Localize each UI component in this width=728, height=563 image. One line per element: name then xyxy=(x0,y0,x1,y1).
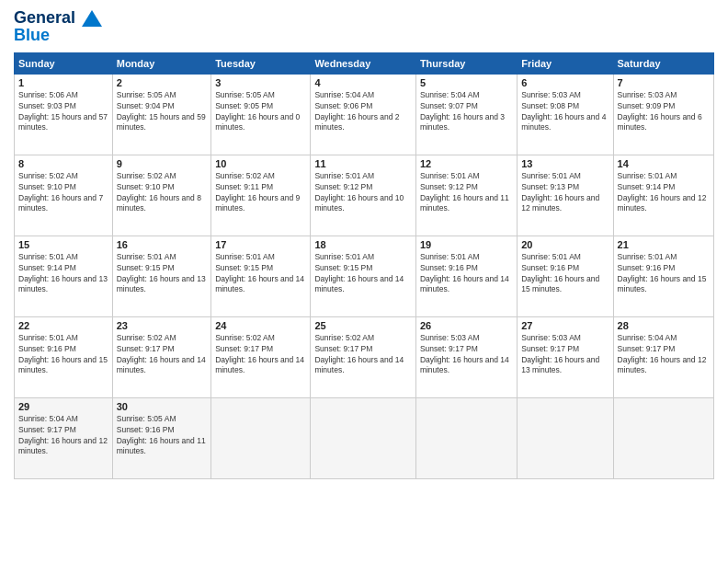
day-info: Sunrise: 5:01 AMSunset: 9:15 PMDaylight:… xyxy=(314,252,412,296)
calendar-container: General Blue SundayMondayTuesdayWednesda… xyxy=(0,0,728,563)
day-number: 7 xyxy=(618,77,710,88)
day-number: 10 xyxy=(215,158,306,169)
day-info: Sunrise: 5:04 AMSunset: 9:17 PMDaylight:… xyxy=(618,333,710,377)
day-number: 19 xyxy=(420,239,513,250)
calendar-day: 18Sunrise: 5:01 AMSunset: 9:15 PMDayligh… xyxy=(311,236,416,316)
day-number: 29 xyxy=(18,401,108,412)
day-info: Sunrise: 5:01 AMSunset: 9:13 PMDaylight:… xyxy=(521,171,609,215)
day-number: 30 xyxy=(117,401,207,412)
calendar-week-3: 15Sunrise: 5:01 AMSunset: 9:14 PMDayligh… xyxy=(15,236,714,316)
calendar-day xyxy=(518,397,613,478)
day-info: Sunrise: 5:01 AMSunset: 9:12 PMDaylight:… xyxy=(420,171,513,215)
day-info: Sunrise: 5:01 AMSunset: 9:16 PMDaylight:… xyxy=(521,252,609,296)
day-info: Sunrise: 5:06 AMSunset: 9:03 PMDaylight:… xyxy=(18,90,108,134)
day-number: 2 xyxy=(117,77,207,88)
day-info: Sunrise: 5:02 AMSunset: 9:11 PMDaylight:… xyxy=(215,171,306,215)
weekday-header-friday: Friday xyxy=(518,52,613,74)
day-info: Sunrise: 5:05 AMSunset: 9:16 PMDaylight:… xyxy=(117,414,207,458)
weekday-header-wednesday: Wednesday xyxy=(311,52,416,74)
calendar-day: 19Sunrise: 5:01 AMSunset: 9:16 PMDayligh… xyxy=(415,236,517,316)
weekday-header-thursday: Thursday xyxy=(415,52,517,74)
calendar-day: 4Sunrise: 5:04 AMSunset: 9:06 PMDaylight… xyxy=(311,74,416,155)
weekday-header-saturday: Saturday xyxy=(613,52,713,74)
calendar-day: 1Sunrise: 5:06 AMSunset: 9:03 PMDaylight… xyxy=(15,74,113,155)
calendar-week-4: 22Sunrise: 5:01 AMSunset: 9:16 PMDayligh… xyxy=(15,316,714,397)
day-info: Sunrise: 5:02 AMSunset: 9:10 PMDaylight:… xyxy=(18,171,108,215)
weekday-header-monday: Monday xyxy=(112,52,210,74)
day-info: Sunrise: 5:01 AMSunset: 9:12 PMDaylight:… xyxy=(314,171,412,215)
day-number: 9 xyxy=(117,158,207,169)
day-number: 11 xyxy=(314,158,412,169)
calendar-day: 14Sunrise: 5:01 AMSunset: 9:14 PMDayligh… xyxy=(613,155,713,236)
day-number: 3 xyxy=(215,77,306,88)
calendar-week-5: 29Sunrise: 5:04 AMSunset: 9:17 PMDayligh… xyxy=(15,397,714,478)
day-info: Sunrise: 5:01 AMSunset: 9:14 PMDaylight:… xyxy=(18,252,108,296)
day-number: 26 xyxy=(420,320,513,331)
day-info: Sunrise: 5:01 AMSunset: 9:14 PMDaylight:… xyxy=(618,171,710,215)
day-info: Sunrise: 5:02 AMSunset: 9:17 PMDaylight:… xyxy=(314,333,412,377)
calendar-day: 22Sunrise: 5:01 AMSunset: 9:16 PMDayligh… xyxy=(15,316,113,397)
day-number: 8 xyxy=(18,158,108,169)
calendar-day: 27Sunrise: 5:03 AMSunset: 9:17 PMDayligh… xyxy=(518,316,613,397)
svg-marker-0 xyxy=(82,10,102,27)
day-number: 17 xyxy=(215,239,306,250)
calendar-day: 30Sunrise: 5:05 AMSunset: 9:16 PMDayligh… xyxy=(112,397,210,478)
day-number: 23 xyxy=(117,320,207,331)
day-number: 12 xyxy=(420,158,513,169)
calendar-day: 8Sunrise: 5:02 AMSunset: 9:10 PMDaylight… xyxy=(15,155,113,236)
calendar-day: 16Sunrise: 5:01 AMSunset: 9:15 PMDayligh… xyxy=(112,236,210,316)
calendar-day: 13Sunrise: 5:01 AMSunset: 9:13 PMDayligh… xyxy=(518,155,613,236)
calendar-day: 28Sunrise: 5:04 AMSunset: 9:17 PMDayligh… xyxy=(613,316,713,397)
day-number: 1 xyxy=(18,77,108,88)
day-number: 15 xyxy=(18,239,108,250)
day-number: 25 xyxy=(314,320,412,331)
day-info: Sunrise: 5:03 AMSunset: 9:08 PMDaylight:… xyxy=(521,90,609,134)
calendar-day: 15Sunrise: 5:01 AMSunset: 9:14 PMDayligh… xyxy=(15,236,113,316)
day-info: Sunrise: 5:04 AMSunset: 9:17 PMDaylight:… xyxy=(18,414,108,458)
day-info: Sunrise: 5:03 AMSunset: 9:09 PMDaylight:… xyxy=(618,90,710,134)
day-info: Sunrise: 5:01 AMSunset: 9:16 PMDaylight:… xyxy=(420,252,513,296)
day-number: 28 xyxy=(618,320,710,331)
day-number: 22 xyxy=(18,320,108,331)
calendar-day: 26Sunrise: 5:03 AMSunset: 9:17 PMDayligh… xyxy=(415,316,517,397)
day-number: 20 xyxy=(521,239,609,250)
calendar-week-1: 1Sunrise: 5:06 AMSunset: 9:03 PMDaylight… xyxy=(15,74,714,155)
weekday-header-tuesday: Tuesday xyxy=(211,52,311,74)
calendar-header-row: SundayMondayTuesdayWednesdayThursdayFrid… xyxy=(15,52,714,74)
calendar-day: 9Sunrise: 5:02 AMSunset: 9:10 PMDaylight… xyxy=(112,155,210,236)
logo-icon xyxy=(82,10,102,27)
day-number: 14 xyxy=(618,158,710,169)
calendar-day xyxy=(311,397,416,478)
calendar-day xyxy=(415,397,517,478)
day-number: 4 xyxy=(314,77,412,88)
calendar-day: 21Sunrise: 5:01 AMSunset: 9:16 PMDayligh… xyxy=(613,236,713,316)
day-info: Sunrise: 5:02 AMSunset: 9:17 PMDaylight:… xyxy=(117,333,207,377)
logo-blue: Blue xyxy=(14,26,102,45)
logo-text: General xyxy=(14,9,102,28)
day-number: 6 xyxy=(521,77,609,88)
day-info: Sunrise: 5:03 AMSunset: 9:17 PMDaylight:… xyxy=(420,333,513,377)
calendar-day: 6Sunrise: 5:03 AMSunset: 9:08 PMDaylight… xyxy=(518,74,613,155)
day-number: 5 xyxy=(420,77,513,88)
calendar-day: 17Sunrise: 5:01 AMSunset: 9:15 PMDayligh… xyxy=(211,236,311,316)
day-info: Sunrise: 5:01 AMSunset: 9:16 PMDaylight:… xyxy=(18,333,108,377)
calendar-day xyxy=(211,397,311,478)
day-info: Sunrise: 5:04 AMSunset: 9:07 PMDaylight:… xyxy=(420,90,513,134)
calendar-day: 5Sunrise: 5:04 AMSunset: 9:07 PMDaylight… xyxy=(415,74,517,155)
calendar-day: 7Sunrise: 5:03 AMSunset: 9:09 PMDaylight… xyxy=(613,74,713,155)
calendar-table: SundayMondayTuesdayWednesdayThursdayFrid… xyxy=(14,52,714,479)
day-info: Sunrise: 5:01 AMSunset: 9:15 PMDaylight:… xyxy=(215,252,306,296)
day-info: Sunrise: 5:02 AMSunset: 9:10 PMDaylight:… xyxy=(117,171,207,215)
calendar-day: 12Sunrise: 5:01 AMSunset: 9:12 PMDayligh… xyxy=(415,155,517,236)
calendar-week-2: 8Sunrise: 5:02 AMSunset: 9:10 PMDaylight… xyxy=(15,155,714,236)
day-info: Sunrise: 5:01 AMSunset: 9:16 PMDaylight:… xyxy=(618,252,710,296)
logo: General Blue xyxy=(14,9,102,45)
calendar-day: 23Sunrise: 5:02 AMSunset: 9:17 PMDayligh… xyxy=(112,316,210,397)
calendar-day: 2Sunrise: 5:05 AMSunset: 9:04 PMDaylight… xyxy=(112,74,210,155)
calendar-day xyxy=(613,397,713,478)
day-info: Sunrise: 5:05 AMSunset: 9:05 PMDaylight:… xyxy=(215,90,306,134)
day-number: 13 xyxy=(521,158,609,169)
day-number: 16 xyxy=(117,239,207,250)
calendar-day: 24Sunrise: 5:02 AMSunset: 9:17 PMDayligh… xyxy=(211,316,311,397)
calendar-day: 25Sunrise: 5:02 AMSunset: 9:17 PMDayligh… xyxy=(311,316,416,397)
